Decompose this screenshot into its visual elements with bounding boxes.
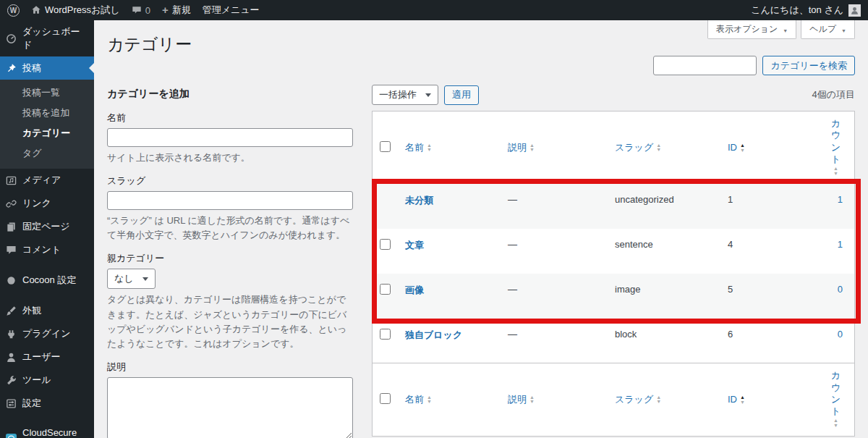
category-slug: sentence [608, 229, 720, 274]
column-header-slug[interactable]: スラッグ▲▼ [608, 111, 720, 184]
sidebar-item-links[interactable]: リンク [0, 192, 94, 215]
user-icon [6, 352, 17, 363]
bulk-actions-select[interactable]: 一括操作 [372, 85, 438, 105]
admin-bar-comments[interactable]: 0 [132, 5, 150, 16]
name-field-group: 名前 サイト上に表示される名前です。 [107, 111, 353, 165]
sidebar-item-settings[interactable]: 設定 [0, 392, 94, 415]
plus-icon [162, 4, 169, 16]
category-count-link[interactable]: 0 [838, 284, 843, 295]
category-name-link[interactable]: 文章 [405, 240, 424, 250]
admin-bar-account[interactable]: こんにちは、ton さん [751, 4, 861, 17]
category-name-link[interactable]: 画像 [405, 285, 424, 295]
parent-category-select[interactable]: なし [107, 269, 156, 289]
sidebar-item-plugins[interactable]: プラグイン [0, 322, 94, 345]
screen-options-label: 表示オプション [716, 23, 778, 35]
admin-bar: W WordPressお試し 0 新規 管理メニュー こんにちは、ton さん [0, 0, 868, 20]
search-input[interactable] [653, 56, 757, 75]
description-label: 説明 [107, 361, 353, 374]
category-name-link[interactable]: 独自ブロック [405, 329, 462, 340]
sidebar-label: ユーザー [22, 350, 61, 363]
link-icon [6, 198, 17, 209]
row-checkbox[interactable] [380, 284, 391, 295]
main-content: 表示オプション ヘルプ カテゴリー カテゴリーを検索 カテゴリーを追加 名前 サ… [94, 20, 868, 438]
category-count-link[interactable]: 1 [838, 194, 843, 205]
column-label: 名前 [405, 394, 424, 405]
sidebar-item-posts[interactable]: 投稿 [0, 56, 94, 80]
admin-bar-admin-menu[interactable]: 管理メニュー [203, 4, 260, 17]
category-description-textarea[interactable] [107, 377, 353, 438]
category-count-link[interactable]: 0 [838, 329, 843, 340]
column-header-count[interactable]: カウント▲▼ [822, 111, 855, 184]
column-header-slug[interactable]: スラッグ▲▼ [608, 363, 720, 436]
sidebar-item-tags[interactable]: タグ [0, 143, 94, 164]
column-label: 説明 [508, 142, 527, 153]
category-id: 6 [720, 319, 822, 363]
slug-field-group: スラッグ “スラッグ” は URL に適した形式の名前です。通常はすべて半角小文… [107, 174, 353, 243]
column-header-name[interactable]: 名前▲▼ [398, 111, 501, 184]
sidebar-label: 設定 [22, 397, 41, 410]
column-header-id[interactable]: ID▲▼ [720, 111, 822, 184]
category-slug-input[interactable] [107, 191, 353, 210]
category-id: 1 [720, 184, 822, 229]
sidebar-item-media[interactable]: メディア [0, 169, 94, 192]
table-toolbar-top: 一括操作 適用 4個の項目 [372, 85, 855, 105]
help-button[interactable]: ヘルプ [801, 20, 855, 39]
chevron-down-icon [841, 25, 846, 35]
slug-description: “スラッグ” は URL に適した形式の名前です。通常はすべて半角小文字で、英数… [107, 214, 353, 243]
wrench-icon [6, 375, 17, 386]
sidebar-label: メディア [22, 174, 61, 187]
column-header-description[interactable]: 説明▲▼ [501, 111, 608, 184]
chevron-down-icon [142, 277, 148, 284]
media-icon [6, 175, 17, 186]
category-description: — [501, 184, 608, 229]
sidebar-label: 固定ページ [22, 220, 70, 233]
row-checkbox[interactable] [380, 239, 391, 250]
admin-menu-label: 管理メニュー [203, 4, 260, 17]
column-header-description[interactable]: 説明▲▼ [501, 363, 608, 436]
column-header-id[interactable]: ID▲▼ [720, 363, 822, 436]
sidebar-label: Cocoon 設定 [22, 274, 76, 287]
search-categories-button[interactable]: カテゴリーを検索 [762, 56, 855, 75]
category-slug: block [608, 319, 720, 363]
category-slug: uncategorized [608, 184, 720, 229]
pages-icon [6, 222, 17, 232]
select-all-checkbox[interactable] [380, 393, 391, 404]
sidebar-item-pages[interactable]: 固定ページ [0, 215, 94, 238]
sidebar-item-all-posts[interactable]: 投稿一覧 [0, 83, 94, 103]
cloudsecure-shield-icon [6, 434, 17, 438]
sidebar-item-add-post[interactable]: 投稿を追加 [0, 103, 94, 123]
column-label: カウント [831, 118, 841, 164]
sidebar-item-tools[interactable]: ツール [0, 368, 94, 392]
sidebar-item-appearance[interactable]: 外観 [0, 299, 94, 322]
sidebar-item-comments[interactable]: コメント [0, 238, 94, 261]
category-name-link[interactable]: 未分類 [405, 195, 433, 206]
admin-bar-new[interactable]: 新規 [162, 4, 191, 17]
table-row: 画像 — image 5 0 [373, 274, 855, 319]
sidebar-item-categories[interactable]: カテゴリー [0, 123, 94, 143]
category-name-input[interactable] [107, 128, 353, 147]
category-count-link[interactable]: 1 [838, 239, 843, 250]
sidebar-item-cloudsecure[interactable]: CloudSecure WP Security [0, 422, 94, 438]
bulk-actions-value: 一括操作 [379, 88, 417, 101]
row-checkbox[interactable] [380, 329, 391, 340]
screen-options-button[interactable]: 表示オプション [707, 20, 796, 39]
column-label: ID [728, 394, 737, 405]
table-row: 未分類 — uncategorized 1 1 [373, 184, 855, 229]
column-label: カウント [831, 370, 841, 416]
table-row: 文章 — sentence 4 1 [373, 229, 855, 274]
sidebar-label: 外観 [22, 304, 41, 317]
sidebar: ダッシュボード 投稿 投稿一覧 投稿を追加 カテゴリー タグ メディア リンク … [0, 20, 94, 438]
table-row: 独自ブロック — block 6 0 [373, 319, 855, 363]
column-header-name[interactable]: 名前▲▼ [398, 363, 501, 436]
select-all-checkbox[interactable] [380, 141, 391, 152]
sort-arrows-icon: ▲▼ [656, 143, 661, 153]
sidebar-item-dashboard[interactable]: ダッシュボード [0, 20, 94, 56]
sidebar-label: 投稿 [22, 62, 41, 75]
column-header-count[interactable]: カウント▲▼ [822, 363, 855, 436]
apply-button[interactable]: 適用 [444, 85, 479, 105]
sidebar-item-cocoon-settings[interactable]: Cocoon 設定 [0, 269, 94, 292]
admin-bar-site-name[interactable]: WordPressお試し [31, 4, 120, 17]
sidebar-item-users[interactable]: ユーザー [0, 345, 94, 368]
chevron-down-icon [425, 93, 431, 100]
wordpress-logo-icon[interactable]: W [7, 4, 20, 17]
